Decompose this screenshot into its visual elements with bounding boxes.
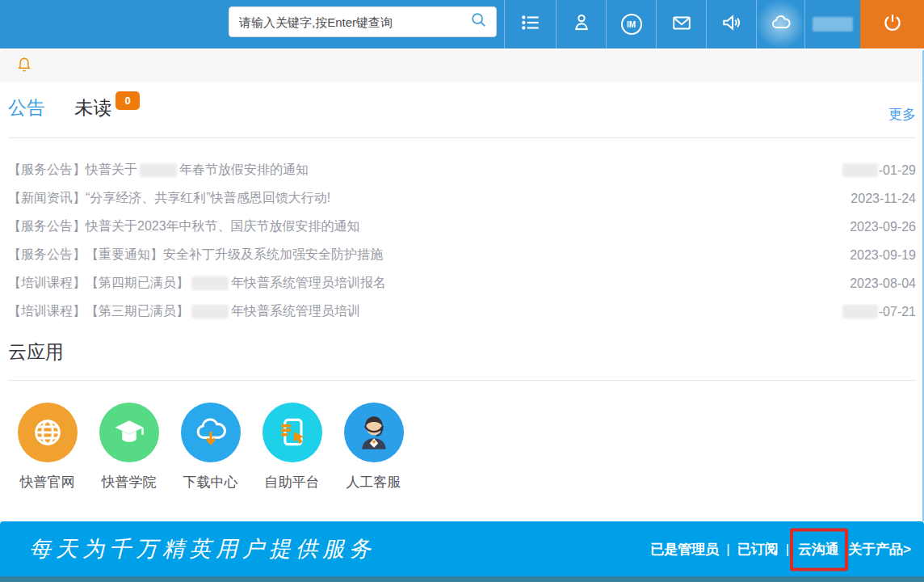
announcement-button[interactable] xyxy=(706,0,756,48)
announcement-row[interactable]: 【服务公告】【重要通知】安全补丁升级及系统加强安全防护措施 2023-09-19 xyxy=(8,241,916,269)
speaker-icon xyxy=(720,12,743,36)
footer-link-about-product[interactable]: 关于产品> xyxy=(848,540,911,559)
announcement-date: 2023-09-19 xyxy=(850,248,916,263)
footer-bottom-strip xyxy=(0,576,924,582)
redacted-year xyxy=(140,163,177,177)
mail-envelope-icon xyxy=(670,12,693,36)
app-download-center[interactable]: 下载中心 xyxy=(170,403,251,491)
announcement-text: 【培训课程】【第三期已满员】 年快普系统管理员培训 xyxy=(8,303,360,320)
announcement-text-pre: 【培训课程】【第四期已满员】 xyxy=(8,275,189,292)
search-magnifier-icon[interactable] xyxy=(470,11,488,32)
cloud-apps-row: 快普官网 快普学院 xyxy=(6,403,414,491)
announcements-header: 公告 未读0 更多 xyxy=(8,95,916,129)
announcement-text-post: 年快普系统管理员培训 xyxy=(231,303,360,320)
announcement-text-pre: 【服务公告】快普关于 xyxy=(8,162,137,179)
announcements-list: 【服务公告】快普关于 年春节放假安排的通知 -01-29 【新闻资讯】“分享经济… xyxy=(8,156,916,326)
user-icon xyxy=(571,12,592,36)
power-button[interactable] xyxy=(860,0,924,48)
announcement-text-pre: 【新闻资讯】“分享经济、共享红利”快普感恩回馈大行动! xyxy=(8,190,330,207)
announcement-text-pre: 【培训课程】【第三期已满员】 xyxy=(8,303,189,320)
app-self-service[interactable]: 自助平台 xyxy=(251,403,333,491)
announcement-date: -07-21 xyxy=(840,305,916,319)
tab-unread[interactable]: 未读 xyxy=(74,97,111,118)
bell-icon[interactable] xyxy=(16,55,32,78)
announcement-date-text: -07-21 xyxy=(879,305,916,319)
app-label: 快普官网 xyxy=(20,473,75,491)
search-input[interactable] xyxy=(229,15,470,29)
announcement-date-text: 2023-11-24 xyxy=(850,192,916,206)
redacted-year xyxy=(842,163,878,177)
tab-announcements[interactable]: 公告 xyxy=(8,97,45,118)
app-official-site[interactable]: 快普官网 xyxy=(6,403,88,491)
app-label: 人工客服 xyxy=(346,473,401,491)
announcement-text-post: 年快普系统管理员培训报名 xyxy=(231,275,386,292)
topbar-buttons: IM xyxy=(504,0,924,48)
app-label: 下载中心 xyxy=(183,473,238,491)
user-account-button[interactable] xyxy=(804,0,860,48)
self-service-doc-icon xyxy=(262,403,322,462)
power-icon xyxy=(882,12,903,36)
announcement-row[interactable]: 【培训课程】【第四期已满员】 年快普系统管理员培训报名 2023-08-04 xyxy=(8,269,916,297)
announcement-date-text: 2023-09-19 xyxy=(850,248,916,263)
search-box xyxy=(229,6,497,37)
announcement-text: 【培训课程】【第四期已满员】 年快普系统管理员培训报名 xyxy=(8,275,386,292)
announcement-text-pre: 【服务公告】【重要通知】安全补丁升级及系统加强安全防护措施 xyxy=(8,247,383,264)
announcement-date: 2023-08-04 xyxy=(850,276,916,291)
app-label: 自助平台 xyxy=(265,473,320,491)
link-separator: | xyxy=(726,541,729,557)
announcement-date: 2023-11-24 xyxy=(850,192,916,206)
announcement-date: 2023-09-26 xyxy=(850,220,916,234)
unread-count-badge: 0 xyxy=(116,91,139,110)
announcement-row[interactable]: 【新闻资讯】“分享经济、共享红利”快普感恩回馈大行动! 2023-11-24 xyxy=(8,184,916,213)
username-redacted xyxy=(813,17,853,32)
menu-list-icon xyxy=(520,12,541,36)
announcement-text: 【服务公告】快普关于2023年中秋节、国庆节放假安排的通知 xyxy=(8,218,360,235)
graduation-cap-icon xyxy=(99,403,159,462)
cloud-icon xyxy=(769,12,793,36)
announcement-date: -01-29 xyxy=(840,163,916,178)
contacts-button[interactable] xyxy=(556,0,606,48)
cloud-apps-title: 云应用 xyxy=(8,340,64,365)
announcement-row[interactable]: 【培训课程】【第三期已满员】 年快普系统管理员培训 -07-21 xyxy=(8,297,916,326)
announcement-text: 【服务公告】【重要通知】安全补丁升级及系统加强安全防护措施 xyxy=(8,247,383,264)
link-separator: | xyxy=(786,541,789,557)
topbar: IM xyxy=(0,0,924,48)
redacted-year xyxy=(191,305,229,318)
footer: 每天为千万精英用户提供服务 已是管理员 | 已订阅 | 云沟通 关于产品> xyxy=(0,521,924,576)
app-customer-service[interactable]: 人工客服 xyxy=(333,403,414,491)
app-academy[interactable]: 快普学院 xyxy=(88,403,170,491)
announcement-row[interactable]: 【服务公告】快普关于 年春节放假安排的通知 -01-29 xyxy=(8,156,916,184)
announcement-text-pre: 【服务公告】快普关于2023年中秋节、国庆节放假安排的通知 xyxy=(8,218,360,235)
notification-strip xyxy=(0,50,924,82)
announcement-text-post: 年春节放假安排的通知 xyxy=(179,162,309,179)
divider xyxy=(8,380,916,381)
more-link[interactable]: 更多 xyxy=(888,105,916,124)
footer-link-cloud-chat[interactable]: 云沟通 xyxy=(796,540,841,559)
announcement-date-text: 2023-08-04 xyxy=(850,276,916,291)
app-label: 快普学院 xyxy=(102,473,157,491)
cloud-button[interactable] xyxy=(756,0,804,48)
announcement-row[interactable]: 【服务公告】快普关于2023年中秋节、国庆节放假安排的通知 2023-09-26 xyxy=(8,213,916,241)
redacted-year xyxy=(191,276,229,290)
page: IM xyxy=(0,0,924,582)
footer-link-admin[interactable]: 已是管理员 xyxy=(650,540,719,559)
divider xyxy=(8,137,916,138)
announcement-text: 【新闻资讯】“分享经济、共享红利”快普感恩回馈大行动! xyxy=(8,190,330,207)
footer-link-subscribed[interactable]: 已订阅 xyxy=(737,540,779,559)
footer-slogan: 每天为千万精英用户提供服务 xyxy=(29,534,376,563)
globe-icon xyxy=(18,403,78,462)
customer-service-agent-icon xyxy=(344,403,404,462)
announcement-text: 【服务公告】快普关于 年春节放假安排的通知 xyxy=(8,162,309,179)
redacted-year xyxy=(842,305,878,318)
announcement-date-text: 2023-09-26 xyxy=(850,220,916,234)
announcement-date-text: -01-29 xyxy=(879,163,916,178)
im-bubble-icon: IM xyxy=(621,14,642,35)
footer-link-cloud-chat-label: 云沟通 xyxy=(798,542,839,557)
im-button[interactable]: IM xyxy=(606,0,656,48)
mail-button[interactable] xyxy=(656,0,706,48)
footer-links: 已是管理员 | 已订阅 | 云沟通 关于产品> xyxy=(650,540,911,559)
cloud-download-icon xyxy=(181,403,241,462)
menu-list-button[interactable] xyxy=(504,0,556,48)
